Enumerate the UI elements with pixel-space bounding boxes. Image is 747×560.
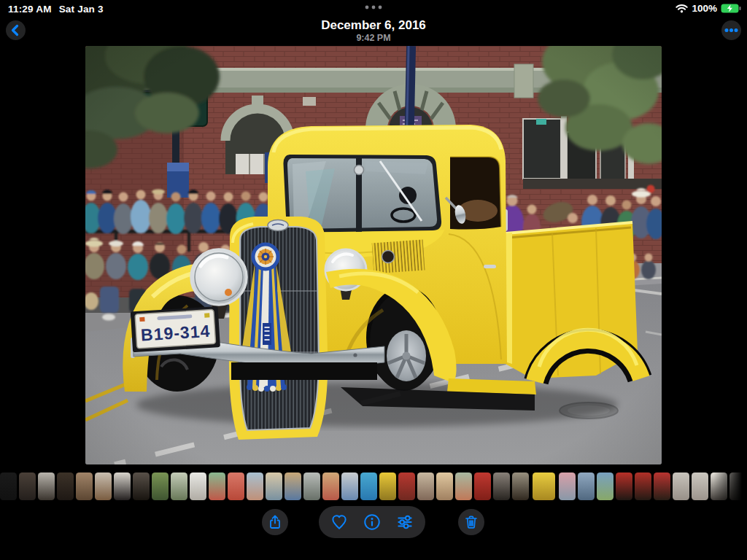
battery-charging-icon [721,4,741,13]
info-icon [363,513,382,532]
photo-date-title: December 6, 2016 [0,18,747,32]
delete-button[interactable] [458,509,484,535]
thumbnail[interactable] [729,472,746,500]
thumbnail[interactable] [711,472,727,500]
thumbnail[interactable] [673,472,689,500]
thumbnail[interactable] [398,472,415,500]
thumbnail[interactable] [285,472,301,500]
thumbnail[interactable] [559,472,576,500]
thumbnail[interactable] [38,472,55,500]
thumbnail[interactable] [597,472,614,500]
thumbnail[interactable] [635,472,651,500]
status-bar: 11:29 AMSat Jan 3 100% [0,0,747,18]
thumbnail[interactable] [190,472,206,500]
thumbnail[interactable] [228,472,244,500]
photo-time-subtitle: 9:42 PM [0,33,747,43]
adjust-button[interactable] [392,510,417,534]
thumbnail[interactable] [76,472,93,500]
vignette [85,46,662,464]
thumbnail[interactable] [114,472,131,500]
thumbnail[interactable] [171,472,187,500]
thumbnail[interactable] [95,472,112,500]
wifi-icon [676,4,688,13]
thumbnail[interactable] [360,472,377,500]
share-button[interactable] [262,509,288,535]
thumbnail[interactable] [379,472,396,500]
thumbnail[interactable] [455,472,472,500]
thumbnail[interactable] [209,472,225,500]
thumbnail[interactable] [152,472,169,500]
thumbnail-strip[interactable] [0,472,747,500]
thumbnail[interactable] [493,472,510,500]
thumbnail[interactable] [654,472,670,500]
photo-view[interactable]: B19-314 [85,46,662,464]
thumbnail[interactable] [322,472,339,500]
thumbnail[interactable] [512,472,529,500]
thumbnail[interactable] [303,472,320,500]
thumbnail[interactable] [341,472,358,500]
thumbnail-selected[interactable] [533,472,555,500]
thumbnail[interactable] [474,472,491,500]
thumbnail[interactable] [19,472,36,500]
thumbnail[interactable] [247,472,263,500]
thumbnail[interactable] [616,472,632,500]
thumbnail[interactable] [692,472,708,500]
thumbnail[interactable] [57,472,74,500]
trash-icon [462,513,480,531]
thumbnail[interactable] [133,472,150,500]
action-pill [319,506,425,538]
battery-percent: 100% [692,3,717,14]
thumbnail[interactable] [578,472,595,500]
photo-scene: B19-314 [85,46,662,464]
thumbnail[interactable] [0,472,17,500]
bottom-toolbar [0,506,747,538]
sliders-icon [395,513,414,532]
status-right: 100% [676,3,741,14]
thumbnail[interactable] [417,472,434,500]
photo-header: December 6, 2016 9:42 PM [0,18,747,43]
thumbnail[interactable] [436,472,453,500]
heart-icon [330,513,349,532]
home-indicator-dots[interactable] [0,5,747,9]
thumbnail[interactable] [266,472,282,500]
info-button[interactable] [360,510,384,534]
favorite-button[interactable] [327,510,352,534]
share-icon [266,513,284,531]
photos-app: { "status_bar": { "time": "11:29 AM", "d… [0,0,747,560]
